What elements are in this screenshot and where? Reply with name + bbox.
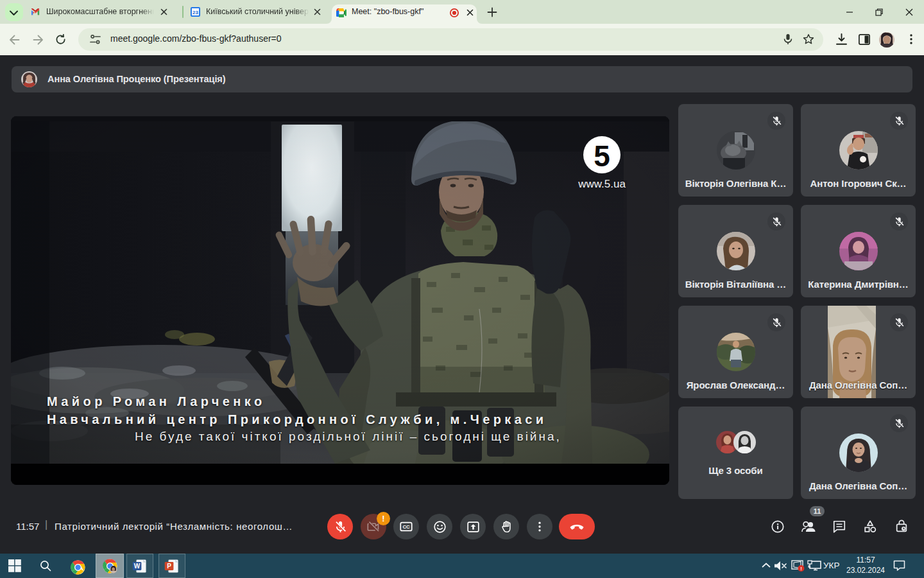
svg-text:CC: CC bbox=[402, 524, 410, 530]
svg-text:P: P bbox=[167, 563, 171, 570]
svg-text:W: W bbox=[134, 563, 141, 570]
svg-text:!: ! bbox=[800, 566, 802, 572]
svg-text:23: 23 bbox=[193, 10, 198, 15]
